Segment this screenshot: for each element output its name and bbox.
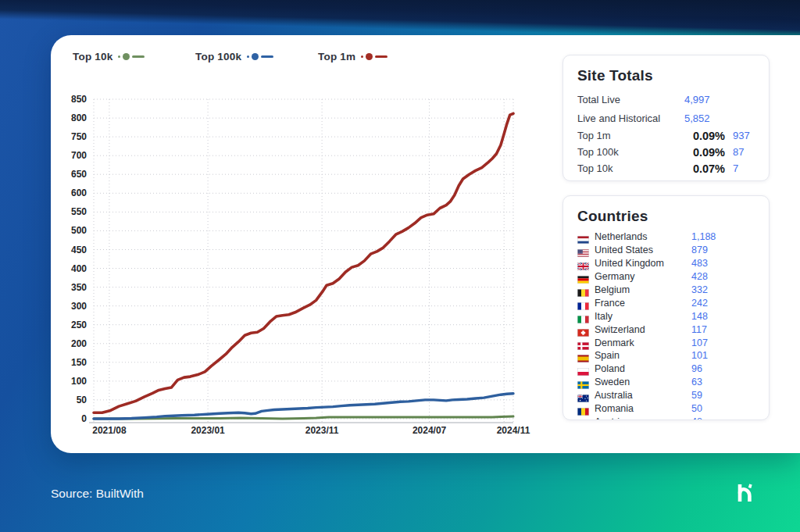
country-count-link[interactable]: 242 <box>691 298 708 309</box>
site-total-rank-row: Top 1m0.09%937 <box>577 127 756 144</box>
svg-text:400: 400 <box>71 263 87 274</box>
site-total-label: Live and Historical <box>577 112 684 124</box>
country-count-link[interactable]: 117 <box>691 324 707 335</box>
country-count-link[interactable]: 1,188 <box>691 231 716 242</box>
country-name: Austria <box>595 416 625 420</box>
legend-item-top-10k[interactable]: Top 10k <box>73 51 195 62</box>
legend-label: Top 100k <box>195 51 241 62</box>
site-total-value-link[interactable]: 5,852 <box>684 112 725 124</box>
series-line-top-1m <box>94 113 513 412</box>
country-row: Denmark107 <box>577 336 756 349</box>
country-count-link[interactable]: 63 <box>691 377 702 387</box>
country-row: United Kingdom483 <box>577 257 756 270</box>
legend-dot-icon <box>247 55 249 58</box>
flag-icon-pl <box>577 365 589 373</box>
flag-icon-fr <box>577 299 589 307</box>
rank-label: Top 10k <box>577 162 684 174</box>
site-total-row: Total Live4,997 <box>577 90 756 109</box>
countries-panel: Countries Netherlands1,188United States8… <box>562 195 770 420</box>
country-row: Australia59 <box>577 389 756 402</box>
chart-legend: Top 10kTop 100kTop 1m <box>73 51 441 62</box>
countries-rows: Netherlands1,188United States879United K… <box>577 230 756 420</box>
country-count-link[interactable]: 101 <box>691 350 708 361</box>
svg-text:800: 800 <box>71 112 87 123</box>
site-total-row: Live and Historical5,852 <box>577 109 756 127</box>
svg-text:100: 100 <box>71 376 87 387</box>
svg-text:500: 500 <box>71 225 87 236</box>
rank-label: Top 100k <box>577 146 684 158</box>
country-name: Italy <box>595 311 612 322</box>
legend-label: Top 1m <box>318 51 355 62</box>
country-row: Germany428 <box>577 270 756 284</box>
country-count-link[interactable]: 332 <box>691 284 708 295</box>
flag-icon-au <box>577 391 589 399</box>
flag-icon-se <box>577 378 589 386</box>
svg-text:2023/01: 2023/01 <box>191 425 225 436</box>
country-name: France <box>595 298 625 309</box>
svg-text:200: 200 <box>71 338 87 349</box>
flag-icon-ro <box>577 405 589 412</box>
rank-count-link[interactable]: 7 <box>725 162 756 174</box>
svg-text:850: 850 <box>71 94 87 105</box>
country-count-link[interactable]: 59 <box>691 390 702 401</box>
country-count-link[interactable]: 148 <box>691 311 708 322</box>
legend-dot-icon <box>118 55 120 58</box>
site-totals-rows: Total Live4,997Live and Historical5,852T… <box>577 90 756 177</box>
svg-text:150: 150 <box>71 357 87 368</box>
rank-count-link[interactable]: 937 <box>725 130 756 141</box>
flag-icon-be <box>577 286 589 294</box>
country-count-link[interactable]: 48 <box>691 416 702 420</box>
flag-icon-nl <box>577 233 589 241</box>
country-row: Italy148 <box>577 309 756 323</box>
svg-text:700: 700 <box>71 150 87 161</box>
country-name: Switzerland <box>595 324 645 335</box>
country-row: Switzerland117 <box>577 323 756 336</box>
svg-text:50: 50 <box>77 395 88 405</box>
svg-text:2024/11: 2024/11 <box>497 425 530 436</box>
country-row: Belgium332 <box>577 284 756 297</box>
svg-text:2024/07: 2024/07 <box>412 425 447 436</box>
country-name: Spain <box>595 350 620 361</box>
country-count-link[interactable]: 483 <box>691 258 708 269</box>
svg-text:550: 550 <box>71 206 87 217</box>
svg-text:650: 650 <box>71 169 87 180</box>
country-count-link[interactable]: 428 <box>691 271 708 282</box>
legend-item-top-1m[interactable]: Top 1m <box>318 51 441 62</box>
legend-dash-icon <box>375 55 388 59</box>
country-name: Australia <box>595 390 633 401</box>
flag-icon-us <box>577 246 589 254</box>
country-name: Belgium <box>595 284 630 295</box>
country-name: United Kingdom <box>595 258 664 269</box>
legend-label: Top 10k <box>73 51 112 62</box>
site-totals-title: Site Totals <box>577 66 756 85</box>
legend-item-top-100k[interactable]: Top 100k <box>195 51 318 62</box>
country-name: Sweden <box>595 377 630 387</box>
country-count-link[interactable]: 50 <box>691 403 702 414</box>
country-row: Spain101 <box>577 349 756 362</box>
series-line-top-100k <box>94 394 513 419</box>
site-total-value-link[interactable]: 4,997 <box>684 94 725 105</box>
country-count-link[interactable]: 879 <box>691 245 708 255</box>
country-count-link[interactable]: 107 <box>691 337 708 348</box>
svg-text:350: 350 <box>71 282 87 293</box>
site-totals-panel: Site Totals Total Live4,997Live and Hist… <box>562 55 770 181</box>
countries-title: Countries <box>577 207 756 226</box>
rank-label: Top 1m <box>577 130 684 141</box>
legend-dot-icon <box>361 55 363 58</box>
rank-percent: 0.09% <box>684 146 725 159</box>
trends-chart: 0501001502002503003504004505005506006507… <box>66 82 559 441</box>
rank-percent: 0.09% <box>684 130 725 142</box>
country-name: United States <box>595 245 653 255</box>
country-row: France242 <box>577 296 756 309</box>
rank-count-link[interactable]: 87 <box>725 146 756 158</box>
flag-icon-it <box>577 312 589 320</box>
dashboard-card: Top 10kTop 100kTop 1m 050100150200250300… <box>51 35 800 453</box>
legend-circle-icon <box>252 53 259 60</box>
site-total-rank-row: Top 100k0.09%87 <box>577 144 756 160</box>
hostinger-h-icon <box>731 478 759 508</box>
legend-circle-icon <box>366 53 373 60</box>
svg-text:450: 450 <box>71 245 87 255</box>
country-count-link[interactable]: 96 <box>691 363 702 374</box>
legend-dash-icon <box>261 55 273 59</box>
svg-text:0: 0 <box>81 413 87 424</box>
